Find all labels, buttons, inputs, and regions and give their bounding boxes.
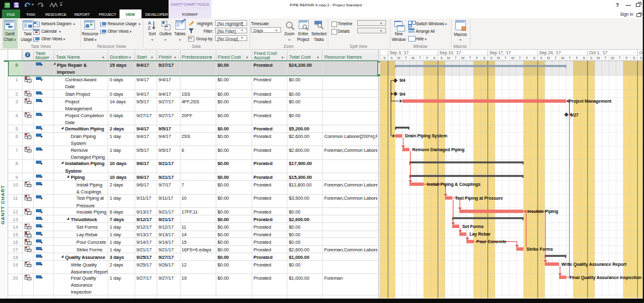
svg-text:F: F	[426, 55, 428, 60]
svg-text:W: W	[411, 55, 415, 60]
svg-text:T: T	[455, 55, 457, 60]
svg-text:Install Piping & Couplings: Install Piping & Couplings	[427, 182, 480, 187]
svg-text:M: M	[447, 55, 450, 60]
svg-text:Lay Rebar: Lay Rebar	[470, 232, 491, 237]
svg-text:S: S	[540, 55, 543, 60]
svg-text:Insulate Piping: Insulate Piping	[528, 209, 558, 214]
svg-text:Project Management: Project Management	[569, 99, 611, 104]
svg-text:W: W	[511, 55, 514, 60]
svg-text:W: W	[461, 55, 465, 60]
svg-text:T: T	[569, 55, 571, 60]
svg-text:Pour Concrete: Pour Concrete	[477, 239, 507, 244]
svg-text:Strike Forms: Strike Forms	[526, 247, 553, 252]
svg-text:S: S	[583, 55, 586, 60]
svg-text:Z: Z	[148, 25, 151, 30]
svg-text:W: W	[611, 55, 614, 60]
svg-text:Drain Piping System: Drain Piping System	[405, 134, 447, 139]
svg-text:9/4: 9/4	[399, 78, 406, 83]
svg-text:Final Quality Assurance Inspec: Final Quality Assurance Inspection	[570, 275, 642, 280]
svg-text:M: M	[397, 55, 400, 60]
svg-text:Write Quality Assurance Report: Write Quality Assurance Report	[562, 262, 627, 267]
svg-text:S: S	[483, 55, 486, 60]
svg-text:Sep 17, '17: Sep 17, '17	[489, 50, 511, 55]
svg-text:S: S	[433, 55, 436, 60]
svg-text:S: S	[633, 55, 635, 60]
svg-text:S: S	[440, 55, 443, 60]
svg-text:T: T	[404, 55, 407, 60]
svg-text:9/4: 9/4	[399, 92, 406, 97]
svg-text:Oct 1, '17: Oct 1, '17	[589, 50, 608, 55]
svg-text:Sep 24, '17: Sep 24, '17	[539, 50, 560, 55]
svg-text:T: T	[504, 55, 507, 60]
svg-text:Set Forms: Set Forms	[462, 224, 484, 229]
svg-text:T: T	[604, 55, 607, 60]
svg-text:M: M	[547, 55, 550, 60]
svg-text:M: M	[497, 55, 500, 60]
svg-text:F: F	[526, 55, 528, 60]
svg-text:Remove Damaged Piping: Remove Damaged Piping	[413, 147, 465, 152]
svg-text:Sep 10, '17: Sep 10, '17	[440, 50, 461, 55]
svg-text:S: S	[533, 55, 535, 60]
svg-text:Sep 3, '17: Sep 3, '17	[390, 50, 409, 55]
svg-text:S: S	[391, 55, 393, 60]
svg-text:M: M	[597, 55, 600, 60]
svg-text:W: W	[561, 55, 565, 60]
svg-text:S: S	[490, 55, 492, 60]
svg-text:S: S	[640, 55, 642, 60]
svg-text:F: F	[626, 55, 628, 60]
svg-text:T: T	[469, 55, 471, 60]
svg-text:T: T	[554, 55, 557, 60]
svg-text:9/27: 9/27	[570, 113, 579, 118]
svg-text:T: T	[419, 55, 421, 60]
svg-text:F: F	[476, 55, 479, 60]
svg-text:F: F	[377, 55, 379, 60]
svg-text:S: S	[590, 55, 592, 60]
svg-text:T: T	[519, 55, 521, 60]
svg-text:T: T	[618, 55, 621, 60]
svg-text:F: F	[575, 55, 578, 60]
svg-text:Test Piping at Pressure: Test Piping at Pressure	[455, 196, 503, 201]
svg-text:S: S	[383, 55, 386, 60]
